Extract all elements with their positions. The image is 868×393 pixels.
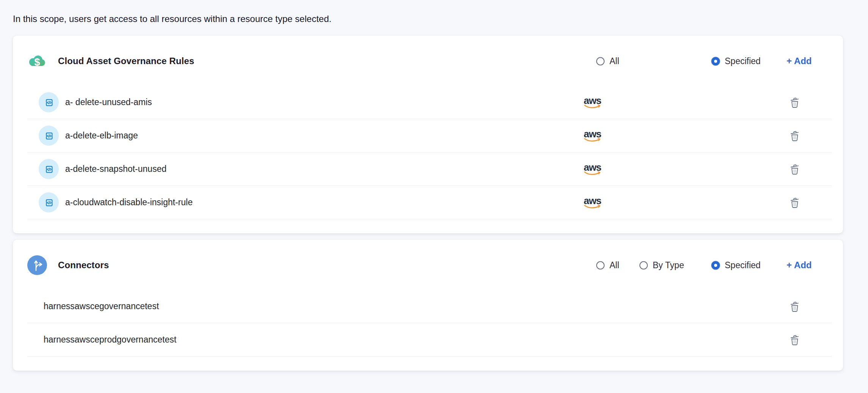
- connectors-card: Connectors All By Type Specified + Add h…: [13, 240, 843, 371]
- aws-smile-icon: [584, 138, 601, 143]
- trash-icon: [790, 300, 800, 312]
- table-row: a-cloudwatch-disable-insight-rule aws: [27, 186, 832, 219]
- radio-label: All: [609, 56, 619, 66]
- table-row: a-delete-snapshot-unused aws: [27, 152, 832, 186]
- connector-name: harnessawscegovernancetest: [44, 301, 159, 311]
- table-row: harnessawsceprodgovernancetest: [27, 323, 832, 357]
- radio-circle-selected[interactable]: [711, 261, 720, 269]
- branching-arrows-icon: [27, 255, 47, 275]
- radio-label: All: [609, 260, 619, 270]
- aws-logo: aws: [583, 162, 758, 176]
- radio-option-specified[interactable]: Specified: [711, 260, 761, 270]
- radio-circle-unselected[interactable]: [596, 261, 605, 269]
- rule-name: a-cloudwatch-disable-insight-rule: [65, 197, 193, 208]
- delete-button[interactable]: [788, 195, 802, 210]
- governance-rules-list: a- delete-unused-amis aws: [27, 86, 832, 219]
- rule-name: a- delete-unused-amis: [65, 97, 152, 107]
- governance-rules-card: $ Cloud Asset Governance Rules All Speci…: [13, 36, 843, 233]
- rule-code-icon: [39, 159, 59, 179]
- trash-icon: [790, 163, 800, 175]
- radio-circle-unselected[interactable]: [596, 57, 605, 65]
- aws-logo: aws: [583, 196, 758, 209]
- add-button[interactable]: + Add: [787, 260, 812, 270]
- aws-smile-icon: [584, 171, 601, 176]
- table-row: a- delete-unused-amis aws: [27, 86, 832, 119]
- radio-option-by-type[interactable]: By Type: [639, 260, 684, 270]
- aws-smile-icon: [584, 104, 601, 109]
- rule-name: a-delete-elb-image: [65, 130, 138, 141]
- rule-code-icon: [39, 126, 59, 146]
- radio-option-all[interactable]: All: [596, 260, 619, 270]
- rule-name: a-delete-snapshot-unused: [65, 164, 166, 174]
- trash-icon: [790, 96, 800, 108]
- cloud-dollar-icon: $: [27, 51, 47, 71]
- delete-button[interactable]: [788, 299, 802, 314]
- radio-circle-selected[interactable]: [711, 57, 720, 65]
- trash-icon: [790, 196, 800, 208]
- scope-description: In this scope, users get access to all r…: [13, 14, 868, 24]
- aws-logo: aws: [583, 96, 758, 109]
- card-title: Cloud Asset Governance Rules: [58, 56, 194, 66]
- connectors-header: Connectors All By Type Specified + Add: [27, 255, 832, 275]
- radio-label: By Type: [653, 260, 684, 270]
- radio-option-all[interactable]: All: [596, 56, 619, 66]
- connectors-list: harnessawscegovernancetest: [27, 290, 832, 357]
- governance-rules-header: $ Cloud Asset Governance Rules All Speci…: [27, 51, 832, 71]
- rule-code-icon: [39, 192, 59, 212]
- delete-button[interactable]: [788, 128, 802, 143]
- rule-code-icon: [39, 92, 59, 112]
- card-title: Connectors: [58, 260, 109, 270]
- radio-label: Specified: [725, 56, 761, 66]
- delete-button[interactable]: [788, 162, 802, 176]
- radio-option-specified[interactable]: Specified: [711, 56, 761, 66]
- table-row: a-delete-elb-image aws: [27, 119, 832, 152]
- aws-smile-icon: [584, 204, 601, 209]
- delete-button[interactable]: [788, 95, 802, 110]
- delete-button[interactable]: [788, 332, 802, 347]
- table-row: harnessawscegovernancetest: [27, 290, 832, 323]
- radio-circle-unselected[interactable]: [639, 261, 648, 269]
- connector-name: harnessawsceprodgovernancetest: [44, 335, 176, 345]
- svg-text:$: $: [34, 57, 40, 68]
- aws-logo: aws: [583, 129, 758, 143]
- trash-icon: [790, 130, 800, 141]
- radio-label: Specified: [725, 260, 761, 270]
- trash-icon: [790, 334, 800, 346]
- add-button[interactable]: + Add: [787, 56, 812, 66]
